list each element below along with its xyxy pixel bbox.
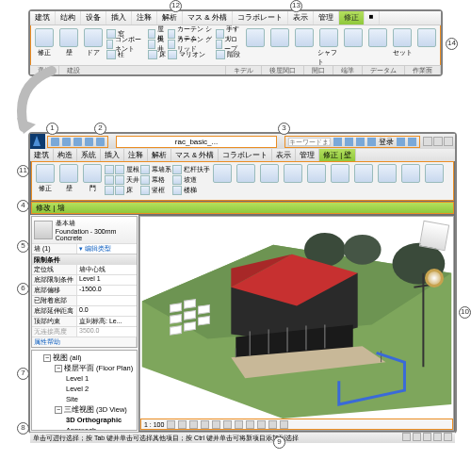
wb-x9[interactable] — [399, 164, 422, 198]
wtab-view[interactable]: 表示 — [272, 149, 296, 161]
key-icon[interactable] — [356, 138, 365, 146]
nav-wheel[interactable] — [425, 269, 444, 287]
wb-s11[interactable]: 坡道 — [172, 174, 210, 185]
btn-g4[interactable] — [342, 28, 365, 48]
wb-s5[interactable]: 天井 — [115, 174, 139, 185]
tree-floorplan[interactable]: −楼层平面 (Floor Plan) — [34, 363, 135, 373]
wb-x10[interactable] — [423, 164, 446, 198]
qat-undo-icon[interactable] — [73, 138, 82, 146]
help-icon[interactable] — [408, 138, 416, 146]
btn-door[interactable]: ドア — [82, 28, 105, 57]
tab-arch[interactable]: 建筑 — [30, 11, 56, 25]
qat-print-icon[interactable] — [96, 138, 105, 146]
vc-detail-icon[interactable] — [167, 420, 175, 429]
tab-insert[interactable]: 插入 — [106, 11, 132, 25]
wb-x8[interactable] — [376, 164, 398, 198]
tab-equip[interactable]: 设备 — [81, 11, 106, 25]
sb-i2[interactable] — [413, 433, 421, 441]
prop-base-offset[interactable]: -1500.0 — [77, 286, 137, 295]
btn-shaft[interactable]: シャフト — [317, 28, 340, 67]
btn-slope[interactable]: スロープ — [216, 39, 242, 49]
vc-x-icon[interactable] — [280, 420, 288, 429]
wbtn-door[interactable]: 門 — [81, 164, 104, 198]
tab-extra[interactable]: ■ — [365, 11, 380, 25]
sb-filter-icon[interactable] — [444, 433, 452, 441]
wb-x4[interactable] — [282, 164, 304, 198]
prop-base[interactable]: Level 1 — [77, 275, 137, 285]
tree-level1[interactable]: Level 1 — [34, 373, 135, 384]
tab-struct[interactable]: 结构 — [56, 11, 81, 25]
wtab-insert[interactable]: 插入 — [101, 149, 124, 161]
btn-mullion[interactable]: マリオン — [168, 49, 214, 59]
close-icon[interactable] — [444, 137, 453, 146]
btn-g3[interactable] — [293, 28, 316, 48]
tree-approach[interactable]: Approach — [34, 425, 135, 431]
star-icon[interactable] — [345, 138, 353, 146]
wtab-manage[interactable]: 管理 — [296, 149, 319, 161]
tree-site[interactable]: Site — [34, 394, 135, 404]
tree-3dview[interactable]: −三维视图 (3D View) — [34, 404, 135, 415]
wtab-collab[interactable]: コラボレート — [219, 149, 272, 161]
expand-icon[interactable]: − — [55, 365, 62, 372]
wb-s12[interactable]: 楼梯 — [172, 185, 210, 195]
search-icon[interactable] — [333, 138, 342, 146]
sb-i3[interactable] — [423, 433, 431, 441]
tab-manage[interactable]: 管理 — [314, 11, 339, 25]
wb-s6[interactable]: 床 — [115, 185, 139, 195]
cloud-icon[interactable] — [397, 138, 405, 146]
wb-s2[interactable] — [105, 174, 114, 185]
maximize-icon[interactable] — [433, 137, 443, 146]
prop-attached[interactable] — [77, 296, 137, 305]
btn-g6[interactable] — [415, 28, 438, 48]
wtab-mass[interactable]: マス & 外構 — [171, 149, 219, 161]
prop-top[interactable]: 直到标高: Le... — [77, 317, 137, 326]
btn-curtain-grid[interactable]: カーテン グリッド — [168, 39, 214, 49]
login-link[interactable]: 登录 — [379, 137, 394, 147]
view-cube[interactable] — [419, 221, 449, 251]
vc-sun-icon[interactable] — [189, 420, 198, 429]
wb-x7[interactable] — [352, 164, 375, 198]
qat-redo-icon[interactable] — [85, 138, 93, 146]
tab-collab[interactable]: コラボレート — [233, 11, 288, 25]
wb-s8[interactable]: 幕格 — [140, 174, 171, 185]
edit-type-button[interactable]: ▾ 编辑类型 — [77, 244, 137, 254]
wtab-analyze[interactable]: 解析 — [148, 149, 171, 161]
props-help[interactable]: 属性帮助 — [32, 337, 137, 347]
scale-value[interactable]: 1 : 100 — [144, 421, 164, 428]
vc-shadow-icon[interactable] — [201, 420, 209, 429]
btn-g5[interactable] — [366, 28, 389, 48]
user-icon[interactable] — [367, 138, 376, 146]
tab-annot[interactable]: 注释 — [132, 11, 157, 25]
wb-x2[interactable] — [235, 164, 257, 198]
minimize-icon[interactable] — [423, 137, 432, 146]
wtab-annot[interactable]: 注释 — [124, 149, 148, 161]
wb-x5[interactable] — [305, 164, 328, 198]
prop-loc-line[interactable]: 墙中心线 — [77, 265, 137, 274]
prop-base-ext[interactable]: 0.0 — [77, 306, 137, 316]
btn-ceiling[interactable]: 天井 — [148, 39, 166, 49]
vc-reveal-icon[interactable] — [268, 420, 277, 429]
tree-root[interactable]: −视图 (all) — [34, 353, 135, 363]
sb-i1[interactable] — [402, 433, 411, 441]
wb-x1[interactable] — [211, 164, 234, 198]
wtab-sys[interactable]: 系统 — [77, 149, 101, 161]
type-selector[interactable]: 基本墙 Foundation - 300mm Concrete — [32, 217, 137, 243]
tab-view[interactable]: 表示 — [288, 11, 314, 25]
search-input[interactable] — [288, 138, 331, 146]
tab-modify[interactable]: 修正 — [339, 11, 365, 25]
instance-filter[interactable]: 墙 (1) — [32, 244, 77, 254]
btn-floor[interactable]: 床 — [148, 49, 166, 59]
sb-i4[interactable] — [433, 433, 442, 441]
vc-render-icon[interactable] — [212, 420, 220, 429]
btn-g2[interactable] — [268, 28, 291, 48]
expand-icon[interactable]: − — [55, 406, 62, 414]
expand-icon[interactable]: − — [43, 354, 51, 362]
btn-set[interactable]: セット — [391, 28, 414, 57]
wtab-modify[interactable]: 修正 | 壁 — [319, 149, 356, 161]
wb-s3[interactable] — [105, 185, 114, 195]
wtab-struct[interactable]: 构造 — [54, 149, 77, 161]
wb-s9[interactable]: 竖框 — [140, 185, 171, 195]
btn-column[interactable]: 柱 — [106, 49, 146, 59]
wb-x6[interactable] — [329, 164, 351, 198]
btn-modify[interactable]: 修正 — [33, 28, 56, 57]
